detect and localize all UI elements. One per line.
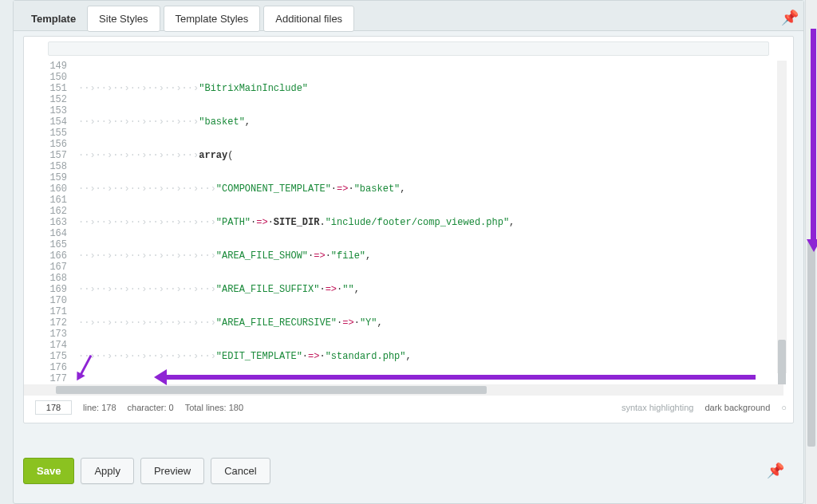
tab-site-styles[interactable]: Site Styles bbox=[87, 6, 160, 32]
annotation-arrow-small bbox=[72, 354, 96, 378]
status-char-label: character: 0 bbox=[128, 403, 174, 412]
pin-icon[interactable]: 📌 bbox=[781, 9, 794, 22]
editor-hscroll-thumb[interactable] bbox=[56, 386, 487, 394]
preview-button[interactable]: Preview bbox=[140, 458, 204, 484]
tab-bar: Template Site Styles Template Styles Add… bbox=[14, 1, 803, 31]
code-editor[interactable]: 149 150 151 152 153 154 155 156 157 158 … bbox=[23, 36, 794, 423]
save-button[interactable]: Save bbox=[23, 458, 74, 484]
editor-vscroll-thumb[interactable] bbox=[778, 340, 786, 384]
editor-vscroll[interactable] bbox=[777, 61, 787, 373]
status-line-input[interactable]: 178 bbox=[35, 400, 72, 415]
tab-additional-files[interactable]: Additional files bbox=[263, 6, 354, 32]
toggle-syntax-highlight[interactable]: syntax highlighting bbox=[622, 403, 694, 412]
status-total-label: Total lines: 180 bbox=[185, 403, 243, 412]
status-line-label: line: 178 bbox=[83, 403, 116, 412]
dot-icon: ○ bbox=[781, 403, 787, 412]
cancel-button[interactable]: Cancel bbox=[211, 458, 270, 484]
editor-panel: Template Site Styles Template Styles Add… bbox=[13, 0, 804, 504]
line-gutter: 149 150 151 152 153 154 155 156 157 158 … bbox=[30, 61, 72, 384]
tab-template[interactable]: Template bbox=[20, 6, 87, 31]
editor-hscroll[interactable] bbox=[24, 384, 783, 396]
status-bar: 178 line: 178 character: 0 Total lines: … bbox=[30, 399, 787, 416]
code-body[interactable]: ··›··›··›··›··›··›··›"BitrixMainInclude"… bbox=[78, 61, 787, 384]
toggle-dark-background[interactable]: dark background bbox=[705, 403, 770, 412]
annotation-arrow-long bbox=[165, 375, 756, 380]
tab-template-styles[interactable]: Template Styles bbox=[164, 6, 261, 32]
apply-button[interactable]: Apply bbox=[81, 458, 134, 484]
annotation-arrow-vertical bbox=[811, 29, 816, 241]
page-scrollbar-thumb[interactable] bbox=[807, 239, 815, 447]
footer-buttons: Save Apply Preview Cancel bbox=[23, 458, 270, 484]
pin-bottom-icon[interactable]: 📌 bbox=[767, 462, 784, 479]
code-view[interactable]: 149 150 151 152 153 154 155 156 157 158 … bbox=[30, 61, 787, 384]
notice-bar bbox=[48, 41, 769, 56]
